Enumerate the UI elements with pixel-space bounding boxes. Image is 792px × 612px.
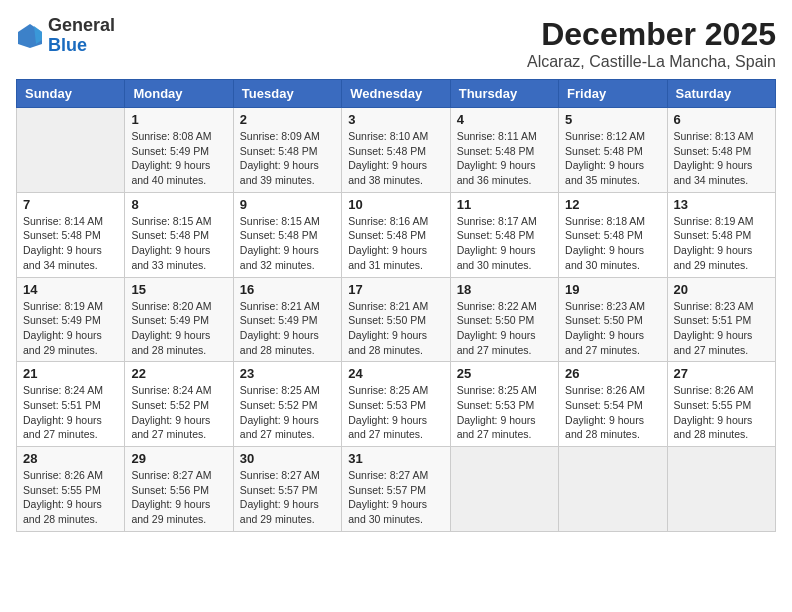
calendar-cell [667,447,775,532]
day-detail: Sunrise: 8:16 AMSunset: 5:48 PMDaylight:… [348,214,443,273]
calendar-cell: 22Sunrise: 8:24 AMSunset: 5:52 PMDayligh… [125,362,233,447]
calendar-cell [450,447,558,532]
calendar-cell: 12Sunrise: 8:18 AMSunset: 5:48 PMDayligh… [559,192,667,277]
calendar-cell: 6Sunrise: 8:13 AMSunset: 5:48 PMDaylight… [667,108,775,193]
day-number: 7 [23,197,118,212]
calendar-cell: 25Sunrise: 8:25 AMSunset: 5:53 PMDayligh… [450,362,558,447]
calendar-cell: 4Sunrise: 8:11 AMSunset: 5:48 PMDaylight… [450,108,558,193]
day-number: 22 [131,366,226,381]
day-header-saturday: Saturday [667,80,775,108]
week-row-2: 7Sunrise: 8:14 AMSunset: 5:48 PMDaylight… [17,192,776,277]
day-number: 8 [131,197,226,212]
day-number: 15 [131,282,226,297]
day-detail: Sunrise: 8:24 AMSunset: 5:52 PMDaylight:… [131,383,226,442]
calendar-cell: 8Sunrise: 8:15 AMSunset: 5:48 PMDaylight… [125,192,233,277]
day-number: 6 [674,112,769,127]
day-number: 1 [131,112,226,127]
calendar-cell: 9Sunrise: 8:15 AMSunset: 5:48 PMDaylight… [233,192,341,277]
logo: General Blue [16,16,115,56]
week-row-1: 1Sunrise: 8:08 AMSunset: 5:49 PMDaylight… [17,108,776,193]
calendar-cell: 30Sunrise: 8:27 AMSunset: 5:57 PMDayligh… [233,447,341,532]
title-section: December 2025 Alcaraz, Castille-La Manch… [527,16,776,71]
day-number: 14 [23,282,118,297]
calendar-cell: 19Sunrise: 8:23 AMSunset: 5:50 PMDayligh… [559,277,667,362]
calendar-cell: 15Sunrise: 8:20 AMSunset: 5:49 PMDayligh… [125,277,233,362]
day-detail: Sunrise: 8:15 AMSunset: 5:48 PMDaylight:… [131,214,226,273]
day-number: 18 [457,282,552,297]
calendar-cell: 2Sunrise: 8:09 AMSunset: 5:48 PMDaylight… [233,108,341,193]
day-detail: Sunrise: 8:09 AMSunset: 5:48 PMDaylight:… [240,129,335,188]
day-number: 11 [457,197,552,212]
day-detail: Sunrise: 8:19 AMSunset: 5:49 PMDaylight:… [23,299,118,358]
day-number: 23 [240,366,335,381]
day-number: 2 [240,112,335,127]
logo-text: General Blue [48,16,115,56]
day-detail: Sunrise: 8:15 AMSunset: 5:48 PMDaylight:… [240,214,335,273]
day-number: 17 [348,282,443,297]
logo-general: General [48,16,115,36]
day-detail: Sunrise: 8:23 AMSunset: 5:51 PMDaylight:… [674,299,769,358]
day-detail: Sunrise: 8:26 AMSunset: 5:55 PMDaylight:… [23,468,118,527]
day-header-friday: Friday [559,80,667,108]
day-detail: Sunrise: 8:20 AMSunset: 5:49 PMDaylight:… [131,299,226,358]
day-detail: Sunrise: 8:23 AMSunset: 5:50 PMDaylight:… [565,299,660,358]
day-detail: Sunrise: 8:26 AMSunset: 5:55 PMDaylight:… [674,383,769,442]
day-number: 24 [348,366,443,381]
calendar-cell: 31Sunrise: 8:27 AMSunset: 5:57 PMDayligh… [342,447,450,532]
header: General Blue December 2025 Alcaraz, Cast… [16,16,776,71]
calendar-cell: 13Sunrise: 8:19 AMSunset: 5:48 PMDayligh… [667,192,775,277]
day-header-tuesday: Tuesday [233,80,341,108]
calendar-cell: 24Sunrise: 8:25 AMSunset: 5:53 PMDayligh… [342,362,450,447]
day-detail: Sunrise: 8:10 AMSunset: 5:48 PMDaylight:… [348,129,443,188]
day-detail: Sunrise: 8:17 AMSunset: 5:48 PMDaylight:… [457,214,552,273]
day-detail: Sunrise: 8:21 AMSunset: 5:50 PMDaylight:… [348,299,443,358]
day-number: 29 [131,451,226,466]
day-number: 4 [457,112,552,127]
day-number: 9 [240,197,335,212]
day-detail: Sunrise: 8:22 AMSunset: 5:50 PMDaylight:… [457,299,552,358]
day-detail: Sunrise: 8:27 AMSunset: 5:57 PMDaylight:… [348,468,443,527]
calendar-cell: 11Sunrise: 8:17 AMSunset: 5:48 PMDayligh… [450,192,558,277]
calendar-cell: 26Sunrise: 8:26 AMSunset: 5:54 PMDayligh… [559,362,667,447]
day-detail: Sunrise: 8:13 AMSunset: 5:48 PMDaylight:… [674,129,769,188]
calendar-cell [17,108,125,193]
calendar-cell [559,447,667,532]
day-number: 30 [240,451,335,466]
calendar-cell: 14Sunrise: 8:19 AMSunset: 5:49 PMDayligh… [17,277,125,362]
calendar-cell: 18Sunrise: 8:22 AMSunset: 5:50 PMDayligh… [450,277,558,362]
day-detail: Sunrise: 8:25 AMSunset: 5:53 PMDaylight:… [457,383,552,442]
day-number: 31 [348,451,443,466]
calendar-cell: 20Sunrise: 8:23 AMSunset: 5:51 PMDayligh… [667,277,775,362]
day-detail: Sunrise: 8:18 AMSunset: 5:48 PMDaylight:… [565,214,660,273]
calendar-cell: 17Sunrise: 8:21 AMSunset: 5:50 PMDayligh… [342,277,450,362]
day-number: 10 [348,197,443,212]
day-detail: Sunrise: 8:26 AMSunset: 5:54 PMDaylight:… [565,383,660,442]
day-detail: Sunrise: 8:27 AMSunset: 5:57 PMDaylight:… [240,468,335,527]
day-number: 5 [565,112,660,127]
header-row: SundayMondayTuesdayWednesdayThursdayFrid… [17,80,776,108]
calendar-cell: 27Sunrise: 8:26 AMSunset: 5:55 PMDayligh… [667,362,775,447]
logo-blue: Blue [48,36,115,56]
day-number: 16 [240,282,335,297]
day-number: 25 [457,366,552,381]
day-detail: Sunrise: 8:25 AMSunset: 5:53 PMDaylight:… [348,383,443,442]
calendar-cell: 3Sunrise: 8:10 AMSunset: 5:48 PMDaylight… [342,108,450,193]
day-detail: Sunrise: 8:08 AMSunset: 5:49 PMDaylight:… [131,129,226,188]
calendar-table: SundayMondayTuesdayWednesdayThursdayFrid… [16,79,776,532]
day-number: 28 [23,451,118,466]
day-header-monday: Monday [125,80,233,108]
day-detail: Sunrise: 8:12 AMSunset: 5:48 PMDaylight:… [565,129,660,188]
calendar-cell: 16Sunrise: 8:21 AMSunset: 5:49 PMDayligh… [233,277,341,362]
day-detail: Sunrise: 8:25 AMSunset: 5:52 PMDaylight:… [240,383,335,442]
week-row-3: 14Sunrise: 8:19 AMSunset: 5:49 PMDayligh… [17,277,776,362]
day-detail: Sunrise: 8:19 AMSunset: 5:48 PMDaylight:… [674,214,769,273]
calendar-cell: 5Sunrise: 8:12 AMSunset: 5:48 PMDaylight… [559,108,667,193]
day-detail: Sunrise: 8:21 AMSunset: 5:49 PMDaylight:… [240,299,335,358]
day-detail: Sunrise: 8:11 AMSunset: 5:48 PMDaylight:… [457,129,552,188]
day-header-thursday: Thursday [450,80,558,108]
calendar-cell: 28Sunrise: 8:26 AMSunset: 5:55 PMDayligh… [17,447,125,532]
day-header-wednesday: Wednesday [342,80,450,108]
day-number: 12 [565,197,660,212]
day-number: 13 [674,197,769,212]
day-number: 19 [565,282,660,297]
